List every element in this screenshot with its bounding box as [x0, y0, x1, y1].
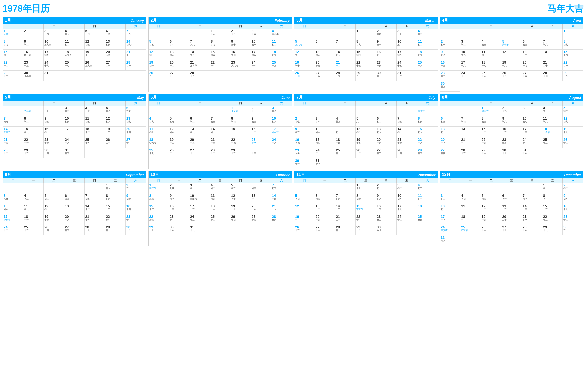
weekday-header-日: 日 — [294, 178, 315, 183]
day-number: 10 — [461, 50, 480, 54]
day-number: 5 — [295, 39, 314, 44]
weekday-header-六: 六 — [271, 178, 292, 183]
lunar-note: 初一 — [377, 187, 396, 190]
day-number: 16 — [252, 127, 270, 131]
day-cell: 28廿一 — [126, 60, 146, 71]
lunar-note: 廿四 — [44, 33, 63, 36]
empty-day-cell — [356, 106, 376, 116]
weekday-header-一: 一 — [315, 101, 335, 106]
lunar-note: 初四 — [65, 121, 84, 123]
lunar-note: 十六 — [24, 219, 43, 221]
day-cell: 10初一 — [251, 39, 271, 50]
day-number: 24 — [397, 215, 416, 219]
lunar-note: 寒露 — [149, 198, 168, 200]
day-cell: 7初五 — [271, 183, 292, 193]
day-cell: 14十四 — [271, 193, 292, 204]
day-number: 4 — [24, 194, 43, 198]
day-cell: 3八月 — [3, 193, 23, 204]
lunar-note: 九九天 — [295, 44, 314, 46]
day-cell: 7四月 — [3, 116, 23, 127]
day-cell: 11初十 — [417, 193, 438, 204]
day-number: 21 — [85, 215, 104, 219]
lunar-note: 初七 — [377, 54, 396, 57]
day-number: 27 — [106, 60, 125, 65]
day-cell: 15十三 — [105, 204, 126, 214]
day-cell: 25廿四 — [481, 71, 502, 81]
day-number: 13 — [252, 194, 270, 198]
lunar-note: 二十 — [170, 152, 188, 155]
day-cell: 31廿九 — [189, 225, 210, 235]
day-number: 24 — [65, 138, 84, 142]
day-cell: 28廿二 — [189, 71, 210, 81]
lunar-note: 冬月 — [377, 229, 396, 232]
lunar-note: 初三 — [211, 121, 229, 123]
lunar-note: 初七 — [523, 198, 541, 200]
lunar-note: 廿八 — [316, 121, 334, 123]
lunar-note: 廿六 — [482, 152, 501, 155]
lunar-note: 二十 — [106, 65, 125, 67]
lunar-note: 三 — [24, 33, 43, 36]
day-number: 2 — [24, 29, 43, 33]
lunar-note: 廿六 — [523, 75, 541, 78]
day-number: 31 — [523, 148, 541, 152]
weekday-header-五: 五 — [397, 178, 417, 183]
day-cell: 6初四 — [251, 183, 271, 193]
day-number: 11 — [211, 194, 229, 198]
day-number: 22 — [543, 215, 562, 219]
day-cell: 29廿六 — [481, 148, 502, 158]
weekday-header-四: 四 — [230, 24, 251, 29]
day-number: 16 — [295, 138, 314, 142]
lunar-note: 劳动节 — [24, 110, 43, 113]
day-cell: 24廿二 — [189, 214, 210, 225]
day-number: 6 — [316, 39, 334, 44]
day-number: 8 — [231, 116, 250, 121]
lunar-note: 廿九 — [211, 44, 229, 46]
day-number: 17 — [523, 127, 541, 131]
weekday-header-日: 日 — [149, 101, 169, 106]
lunar-note: 十一 — [295, 208, 314, 211]
day-number: 6 — [441, 116, 460, 121]
lunar-note: 圣诞节 — [461, 229, 480, 232]
lunar-note: 二十 — [106, 142, 125, 144]
day-cell: 15十二 — [481, 127, 502, 137]
day-cell: 7 — [335, 39, 356, 50]
lunar-note: 十五 — [190, 142, 209, 144]
empty-day-cell — [294, 183, 315, 193]
day-number: 2 — [126, 183, 145, 187]
day-number: 3 — [190, 183, 209, 187]
lunar-note: 初二 — [24, 44, 43, 46]
lunar-note: 廿四 — [44, 152, 63, 155]
day-number: 7 — [336, 194, 355, 198]
day-number: 23 — [563, 215, 582, 219]
day-number: 12 — [482, 204, 501, 208]
day-cell: 9初六 — [501, 116, 522, 127]
lunar-note: 初六六 — [126, 44, 145, 46]
day-number: 14 — [523, 204, 541, 208]
day-cell: 11十一 — [460, 204, 481, 214]
day-cell: 21冬至 — [522, 214, 542, 225]
day-cell: 2廿七 — [294, 116, 315, 127]
lunar-note: 十七 — [441, 219, 460, 221]
day-cell: 16十五 — [376, 204, 397, 214]
day-number: 7 — [523, 194, 541, 198]
day-number: 24 — [316, 148, 334, 152]
day-number: 26 — [44, 225, 63, 229]
day-cell: 13初四 — [169, 50, 189, 60]
lunar-note: 初七 — [295, 142, 314, 144]
cn-month-label: 4月 — [442, 18, 448, 23]
lunar-note: 廿三 — [563, 219, 582, 221]
day-cell: 8初七 — [563, 39, 583, 50]
day-number: 1 — [543, 183, 562, 187]
day-cell: 16十五 — [440, 60, 461, 71]
lunar-note: 初九 — [563, 121, 582, 123]
day-cell: 24二十 — [315, 148, 335, 158]
day-cell: 15十三 — [149, 204, 169, 214]
day-number: 30 — [441, 81, 460, 86]
day-cell: 8廿九 — [3, 39, 23, 50]
weekday-header-日: 日 — [149, 178, 169, 183]
month-header-5: 5月May — [3, 94, 146, 101]
day-cell: 20十九 — [522, 60, 542, 71]
lunar-note: 初三 — [295, 54, 314, 57]
day-number: 9 — [295, 127, 314, 131]
lunar-note: 初三 — [149, 54, 168, 57]
